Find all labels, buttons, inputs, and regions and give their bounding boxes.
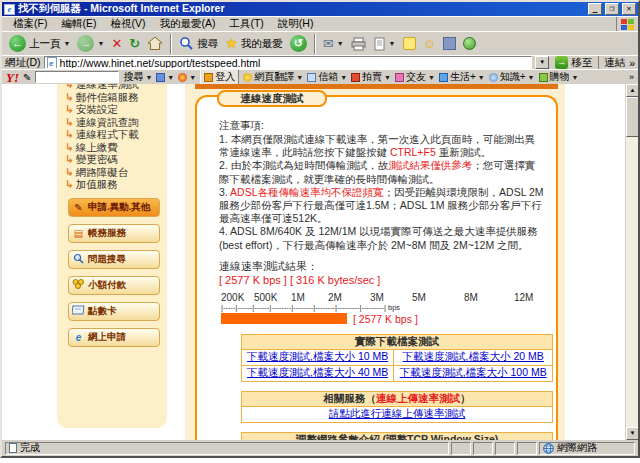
table-cell: 下載速度測試,檔案大小 40 MB [242,365,394,381]
menu-view[interactable]: 檢視(V) [103,17,152,31]
related-service-table: 相關服務（連線上傳速率測試） 請點此進行連線上傳速率測試 [241,391,553,423]
sidebar-button-billing[interactable]: ▤帳務服務 [68,224,160,243]
download-10mb-link[interactable]: 下載速度測試,檔案大小 10 MB [247,350,388,362]
media-button[interactable] [440,36,459,51]
toolbar-separator [314,34,316,54]
back-label: 上一頁 [29,37,61,51]
yahoo-compass-button[interactable]: ▼ [178,73,196,82]
menu-file[interactable]: 檔案(F) [6,17,54,31]
sidebar-link[interactable]: ↳線上繳費 [65,141,167,154]
links-toolbar[interactable]: 連結 » [598,56,635,70]
search-button[interactable]: 搜尋 [176,35,221,52]
arrow-bullet-icon: ↳ [65,141,74,153]
sidebar-button-micropay[interactable]: 小額付款 [68,276,160,295]
sidebar-button-pointcard[interactable]: 點數卡 [68,302,160,321]
speed-result-bar-label: [ 2577 K bps ] [353,313,418,325]
scrollbar-thumb[interactable] [626,97,638,137]
scroll-down-icon[interactable]: ▼ [626,427,638,440]
forward-dropdown-icon[interactable]: ▼ [97,40,104,47]
yahoo-window-button[interactable]: ▼ [156,73,174,82]
msn-button[interactable] [460,36,479,51]
sidebar-button-faq-search[interactable]: 問題搜尋 [68,250,160,269]
yahoo-friends-button[interactable]: 交友▼ [395,70,435,84]
back-dropdown-icon[interactable]: ▼ [64,40,71,47]
yahoo-toolbar: Y! ✎ 搜尋▼ ▼ ▼ 登入 網頁翻譯▼ 信箱▼ 拍賣▼ 交友▼ 生活+▼ 知… [2,69,638,84]
scroll-up-icon[interactable]: ▲ [626,84,638,97]
status-left-panel: 完成 [5,442,449,455]
stop-button[interactable]: ✕ [108,34,125,53]
sidebar-link[interactable]: ↳加值服務 [65,178,167,191]
address-dropdown-icon[interactable]: ▼ [535,56,549,69]
sidebar-link[interactable]: ↳連線資訊查詢 [65,116,167,129]
tcp-window-table: 調整網路參數介紹 (調整TCP Window Size) 2M速率以上客戶速度專… [241,432,553,440]
yahoo-mail-button[interactable]: 信箱▼ [307,70,347,84]
sidebar-link[interactable]: ↳網路障礙台 [65,166,167,179]
links-chevron-icon[interactable]: » [629,57,635,69]
refresh-button[interactable]: ↻ [126,34,143,53]
yahoo-search-input[interactable] [35,71,119,83]
mailbox-dropdown-icon[interactable]: ▼ [340,74,347,81]
back-button[interactable]: ← 上一頁 ▼ [6,34,73,53]
edit-button[interactable]: ▼ [370,36,399,52]
note-2: 2. 由於本測試為短時間傳輸測試，故測試結果僅供參考；您可選擇實際下載檔案測試，… [219,159,544,185]
print-button[interactable] [348,36,369,52]
menu-favorites[interactable]: 我的最愛(A) [152,17,222,31]
arrow-bullet-icon: ↳ [65,178,74,190]
upload-test-link[interactable]: 請點此進行連線上傳速率測試 [329,407,466,419]
messenger-button[interactable]: ☺ [420,34,439,53]
favorites-button[interactable]: ★ 我的最愛 [222,34,286,53]
yahoo-compass-dropdown-icon[interactable]: ▼ [189,74,196,81]
sidebar-link[interactable]: ↳連線程式下載 [65,128,167,141]
sidebar-button-apply[interactable]: ✎申請.異動.其他 [68,198,160,217]
vertical-scrollbar[interactable]: ▲ ▼ [625,84,638,440]
sidebar-link[interactable]: ↳變更密碼 [65,153,167,166]
status-cell [495,442,515,455]
life-dropdown-icon[interactable]: ▼ [478,74,485,81]
mail-dropdown-icon[interactable]: ▼ [337,40,344,47]
scale-tick-label: 1M [291,292,305,303]
download-20mb-link[interactable]: 下載速度測試,檔案大小 20 MB [403,350,544,362]
scale-tick-label: 200K [221,292,244,303]
home-button[interactable] [144,35,166,52]
menu-tools[interactable]: 工具(T) [222,17,270,31]
status-cell [451,442,471,455]
download-40mb-link[interactable]: 下載速度測試,檔案大小 40 MB [247,366,388,378]
discuss-button[interactable] [400,36,419,51]
close-button[interactable]: ✕ [622,3,636,15]
ie-app-icon: e [4,4,15,15]
yahoo-auction-button[interactable]: 拍賣▼ [351,70,391,84]
download-100mb-link[interactable]: 下載速度測試,檔案大小 100 MB [400,366,547,378]
yahoo-search-dropdown-icon[interactable]: ▼ [145,74,152,81]
sidebar-link[interactable]: ↳郵件信箱服務 [65,91,167,104]
shopping-dropdown-icon[interactable]: ▼ [572,74,579,81]
edit-dropdown-icon[interactable]: ▼ [389,40,396,47]
yahoo-window-dropdown-icon[interactable]: ▼ [167,74,174,81]
yahoo-search-button[interactable]: 搜尋▼ [123,70,152,84]
minimize-button[interactable]: _ [588,3,602,15]
menu-help[interactable]: 說明(H) [271,17,321,31]
yahoo-translate-button[interactable]: 網頁翻譯▼ [243,70,303,84]
yahoo-more-chevron[interactable]: » [629,72,634,82]
sidebar-button-online-apply[interactable]: e網上申請 [68,328,160,347]
yahoo-shopping-button[interactable]: 購物▼ [539,70,579,84]
restore-button[interactable]: ❐ [605,3,619,15]
friends-dropdown-icon[interactable]: ▼ [428,74,435,81]
title-bar[interactable]: e 找不到伺服器 - Microsoft Internet Explorer _… [2,2,638,16]
knowledge-dropdown-icon[interactable]: ▼ [528,74,535,81]
menu-edit[interactable]: 編輯(E) [54,17,103,31]
yahoo-life-button[interactable]: 生活+▼ [439,70,485,84]
yahoo-knowledge-button[interactable]: 知識+▼ [489,70,535,84]
sidebar-link[interactable]: ↳安裝設定 [65,103,167,116]
address-input[interactable]: e http://www.hinet.net/support/testspeed… [44,56,533,69]
pencil-icon[interactable]: ✎ [23,72,31,83]
browser-viewport: ↳連線速率測試 ↳郵件信箱服務 ↳安裝設定 ↳連線資訊查詢 ↳連線程式下載 ↳線… [2,84,638,440]
mail-button[interactable]: ✉ ▼ [320,34,347,53]
edit-icon [373,37,386,51]
ie-window: e 找不到伺服器 - Microsoft Internet Explorer _… [0,0,640,458]
yahoo-logo[interactable]: Y! [6,71,19,84]
translate-dropdown-icon[interactable]: ▼ [296,74,303,81]
forward-button[interactable]: → ▼ [74,34,107,53]
yahoo-login-button[interactable]: 登入 [200,69,239,85]
history-button[interactable]: ↺ [287,34,310,53]
auction-dropdown-icon[interactable]: ▼ [384,74,391,81]
